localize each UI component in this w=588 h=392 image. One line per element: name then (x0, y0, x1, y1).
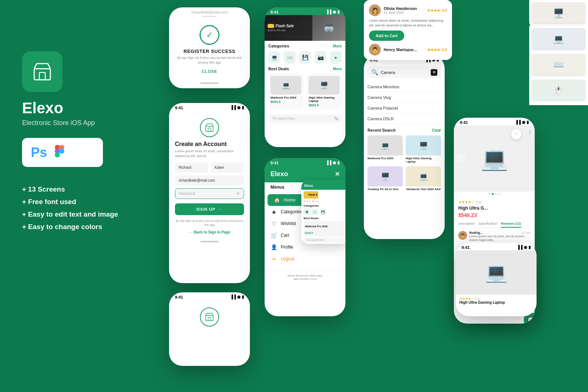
phone-home-bar (200, 82, 219, 84)
status-bar-home: 9:41 ▐▐ ◉ ▮ (265, 7, 345, 15)
email-input[interactable]: richardkale@mail.com (175, 175, 244, 185)
tab-description[interactable]: Description (458, 220, 475, 228)
review-avatar-sm-1: 👨 (458, 231, 467, 240)
tab-reviews[interactable]: Reviews (12) (501, 220, 521, 228)
deal-card-1[interactable]: 💻 Makbook Pro 2020 $563.5 (268, 74, 304, 109)
suggestion-4[interactable]: Camera DSLR (368, 114, 441, 124)
menu-footer-app: Elexo Electronic Store App (268, 274, 342, 277)
recent-name-4: Ultrabook Thin 2020 AAX (406, 188, 441, 191)
dot-3 (495, 193, 497, 195)
wishlist-button[interactable]: ♡ (511, 129, 521, 139)
laptop-bottom-img: 💻 (456, 250, 537, 295)
suggestion-3[interactable]: Camera Polaroid (368, 103, 441, 114)
tab-specification[interactable]: Specification (478, 220, 497, 228)
mini-nested-phone: Elexo ⚡ Flash S End in 45 min Categories… (301, 180, 345, 244)
product-strip-4: 🖱️ (529, 77, 588, 105)
laptop-review-count: (12) (475, 297, 480, 300)
review-item-1: 👨 Rodrig... 12 Jun Lorem ipsum dolo sit … (458, 231, 530, 242)
clear-button[interactable]: Clear (432, 128, 441, 132)
strip-img-2: 💻 (531, 28, 586, 50)
dot-1 (488, 193, 490, 195)
flash-sale-banner: ⚡ Flash Sale End in 45 min 🥽 (265, 15, 345, 41)
phone-search: 9:41 ▐▐ ◉ ▮ 🔍 Camera ✕ Camera Mirorless … (364, 55, 445, 239)
stars-detail: ★★★★☆ (458, 200, 475, 204)
mini-header: Elexo (301, 180, 345, 190)
svg-rect-1 (39, 72, 45, 80)
back-link[interactable]: ← Back to Sign In Page (175, 230, 244, 234)
svg-point-7 (55, 152, 60, 157)
store-icon-bottom (200, 307, 219, 327)
search-clear-btn[interactable]: ✕ (431, 69, 437, 76)
feature-3: + Easy to edit text and image (22, 210, 140, 218)
recent-title: Recent Search (368, 128, 395, 132)
recent-item-2[interactable]: 🖥️ High Ultra Gaming Laptop (406, 135, 441, 163)
recent-item-4[interactable]: 💻 Ultrabook Thin 2020 AAX (406, 166, 441, 191)
add-to-cart-button[interactable]: Add to Cart (369, 31, 404, 41)
menu-logout-label: Logout (281, 256, 294, 261)
status-bar-detail: 9:41 ▐▐ ◉ ▮ (454, 118, 535, 125)
phone-home: 9:41 ▐▐ ◉ ▮ ⚡ Flash Sale End in 45 min 🥽… (265, 7, 345, 147)
mini-product-name: Makbook Pro 2020 (305, 225, 327, 228)
reviewer-avatar-2: 👨 (369, 44, 381, 56)
recent-item-1[interactable]: 💻 Makbook Pro 2020 (368, 135, 403, 163)
deal-card-2[interactable]: 🖥️ High Ultra Gaming Laptop $563.5 (306, 74, 342, 109)
arrow-right-icon: → (218, 207, 223, 211)
menu-profile-label: Profile (281, 245, 293, 250)
categories-title: Categories (268, 44, 289, 48)
password-input[interactable]: Password 👁 (175, 188, 244, 199)
cat-storage-icon[interactable]: 💾 (299, 51, 311, 64)
strip-img-3: ⌨️ (531, 54, 586, 76)
reviewer-rating-1: ★★★★ 4.0 (427, 8, 447, 13)
detail-tabs: Description Specification Reviews (12) (458, 220, 530, 228)
review-text-1: Lorem ipsum dolor sit amet, consectetur … (369, 18, 447, 28)
product-strip-3: ⌨️ (529, 51, 588, 79)
product-strip-2: 💻 (529, 26, 588, 54)
menu-home-label: Home (284, 197, 295, 203)
figma-logo (54, 145, 65, 160)
first-name-input[interactable]: Richard (175, 163, 208, 172)
reviewer-avatar-1: 👩 (369, 4, 381, 16)
cat-camera-icon[interactable]: 📷 (315, 51, 326, 64)
deal-img-1: 💻 (270, 76, 301, 95)
cat-more-icon[interactable]: ▸ (330, 51, 342, 64)
signal-detail: ▐▐ ◉ ▮ (515, 120, 529, 125)
search-suggestions: Camera Mirorless Camera Vlog Camera Pola… (364, 82, 445, 124)
search-bar[interactable]: Try search here.. 🔍 (268, 114, 342, 122)
last-name-input[interactable]: Kalee (211, 163, 244, 172)
back-link-text: Back to Sign In Page (194, 230, 230, 234)
recent-item-3[interactable]: 🖥️ Desktop PC All In One (368, 166, 403, 191)
best-deals-more[interactable]: More (333, 67, 342, 71)
reviewer-name-1: Olivia Handerson (384, 6, 417, 11)
categories-more[interactable]: More (333, 44, 342, 48)
svg-rect-12 (208, 317, 211, 321)
stars-icon-2: ★★★★ (427, 48, 440, 52)
mini-cat-3: 💾 (320, 209, 326, 215)
status-bar-signup: 9:41 ▐▐ ◉ ▮ (169, 103, 250, 111)
feature-4: + Easy to change colors (22, 223, 140, 231)
recent-search-section: Recent Search Clear 💻 Makbook Pro 2020 🖥… (364, 124, 445, 195)
reviewer-info-2: Henry Martopur... (384, 47, 417, 52)
cat-keyboard-icon[interactable]: ⌨️ (284, 51, 295, 64)
menu-close-icon[interactable]: ✕ (335, 171, 340, 178)
categories-header: Categories More (268, 44, 342, 48)
signal-menu: ▐▐ ◉ ▮ (326, 160, 340, 165)
review-count-detail: (12) (476, 200, 482, 204)
close-button[interactable]: CLOSE (176, 69, 243, 74)
search-input[interactable]: Camera (381, 70, 429, 75)
search-header: 🔍 Camera ✕ (364, 63, 445, 82)
recent-name-1: Makbook Pro 2020 (368, 157, 403, 160)
svg-rect-10 (208, 128, 211, 131)
cat-laptop-icon[interactable]: 💻 (268, 51, 280, 64)
detail-stars: ★★★★☆ (12) (458, 200, 530, 204)
deal-price-1: $563.5 (270, 100, 301, 104)
search-icon: 🔍 (334, 117, 338, 120)
search-input-container[interactable]: 🔍 Camera ✕ (368, 67, 441, 78)
prev-arrow-icon[interactable]: ‹ (456, 154, 466, 163)
email-display: richardkale@mail.com (169, 7, 250, 16)
signup-button[interactable]: SIGN UP → (175, 203, 244, 215)
ps-logo: Ps (31, 145, 47, 160)
menu-item-logout[interactable]: ↪ Logout (265, 253, 345, 265)
mini-cat-1: 💻 (304, 209, 310, 215)
suggestion-2[interactable]: Camera Vlog (368, 92, 441, 103)
suggestion-1[interactable]: Camera Mirorless (368, 82, 441, 92)
